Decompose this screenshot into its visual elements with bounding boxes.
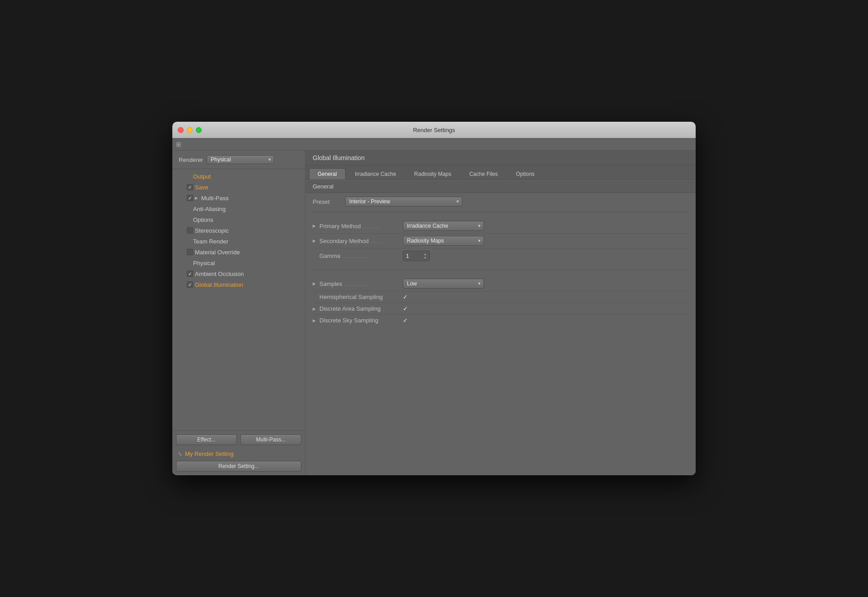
separator-1 (313, 212, 688, 212)
checkbox-stereoscopic[interactable] (187, 227, 193, 234)
tab-cache[interactable]: Cache Files (461, 168, 506, 179)
sidebar-item-physical[interactable]: Physical (172, 257, 305, 268)
sidebar-item-materialoverride[interactable]: Material Override (172, 247, 305, 257)
setting-row-hemispherical: ▶ Hemispherical Sampling ✓ (313, 291, 688, 303)
setting-row-primary-method: ▶ Primary Method ........ Irradiance Cac… (313, 219, 688, 234)
label-text-discrete-sky: Discrete Sky Sampling (319, 317, 379, 324)
sidebar-item-ambientocclusion[interactable]: Ambient Occlusion (172, 268, 305, 279)
samples-select-wrapper[interactable]: Low (403, 279, 484, 289)
checkmark-discrete-area: ✓ (403, 305, 408, 312)
label-text-samples: Samples (319, 280, 342, 287)
main-panel: Global Illumination General Irradiance C… (305, 151, 696, 475)
setting-label-discrete-area: ▶ Discrete Area Sampling (313, 305, 403, 312)
checkmark-hemispherical: ✓ (403, 294, 408, 300)
primary-select-wrapper[interactable]: Irradiance Cache (403, 221, 484, 231)
setting-label-secondary-method: ▶ Secondary Method ..... (313, 238, 403, 244)
maximize-button[interactable] (196, 127, 202, 133)
sidebar-item-label-materialoverride: Material Override (195, 249, 240, 256)
preset-label: Preset (313, 198, 340, 205)
expand-arrow-multipass: ▶ (195, 196, 199, 200)
nav-list: Output Save ▶ Multi-Pass Anti-Aliasing (172, 169, 305, 302)
setting-label-samples: ▶ Samples ............ (313, 280, 403, 287)
dots-primary: ........ (363, 223, 379, 230)
effect-button[interactable]: Effect... (176, 434, 237, 445)
tab-irradiance[interactable]: Irradiance Cache (346, 168, 405, 179)
checkbox-ambientocclusion[interactable] (187, 271, 193, 277)
arrow-discrete-area: ▶ (313, 307, 316, 311)
dots-secondary: ..... (370, 238, 381, 244)
sidebar-item-label-ambientocclusion: Ambient Occlusion (195, 271, 244, 277)
sidebar-item-save[interactable]: Save (172, 182, 305, 193)
setting-label-discrete-sky: ▶ Discrete Sky Sampling (313, 317, 403, 324)
sidebar-item-label-multipass: Multi-Pass (201, 195, 229, 202)
secondary-method-select[interactable]: Radiosity Maps (403, 236, 484, 246)
grid-icon: ⊞ (176, 141, 181, 148)
sidebar-item-label-output: Output (193, 173, 211, 180)
secondary-select-wrapper[interactable]: Radiosity Maps (403, 236, 484, 246)
setting-label-primary-method: ▶ Primary Method ........ (313, 223, 403, 230)
arrow-up[interactable]: ▲ (424, 253, 427, 256)
sidebar-item-multipass[interactable]: ▶ Multi-Pass (172, 193, 305, 203)
gamma-spinbox[interactable]: 1 ▲ ▼ (403, 251, 430, 261)
tabs-row: General Irradiance Cache Radiosity Maps … (305, 165, 696, 180)
renderer-label: Renderer (179, 156, 203, 163)
section-title: Global Illumination (305, 151, 696, 165)
setting-value-discrete-sky: ✓ (403, 317, 688, 324)
renderer-select[interactable]: Physical (207, 155, 274, 164)
label-text-gamma: Gamma (319, 253, 340, 259)
sidebar-item-teamrender[interactable]: Team Render (172, 236, 305, 247)
renderer-row: Renderer Physical (172, 151, 305, 169)
label-text-discrete-area: Discrete Area Sampling (319, 305, 381, 312)
setting-row-gamma: ▶ Gamma ............ 1 ▲ ▼ (313, 248, 688, 263)
sidebar: Renderer Physical Output Save (172, 151, 305, 475)
arrow-primary: ▶ (313, 224, 316, 228)
sidebar-item-antialiasing[interactable]: Anti-Aliasing (172, 203, 305, 214)
setting-label-hemispherical: ▶ Hemispherical Sampling (313, 294, 403, 300)
content-area: Renderer Physical Output Save (172, 151, 696, 475)
tab-general[interactable]: General (309, 168, 346, 179)
preset-select[interactable]: Interior - Preview (345, 197, 462, 207)
sidebar-spacer (172, 302, 305, 431)
sidebar-item-output[interactable]: Output (172, 171, 305, 182)
tab-options[interactable]: Options (507, 168, 543, 179)
primary-method-select[interactable]: Irradiance Cache (403, 221, 484, 231)
spinbox-arrows[interactable]: ▲ ▼ (424, 253, 427, 259)
settings-samples-group: ▶ Samples ............ Low (305, 272, 696, 331)
preset-select-wrapper[interactable]: Interior - Preview (345, 197, 462, 207)
checkbox-multipass[interactable] (187, 195, 193, 201)
setting-row-samples: ▶ Samples ............ Low (313, 276, 688, 291)
arrow-samples: ▶ (313, 281, 316, 286)
sidebar-item-label-antialiasing: Anti-Aliasing (193, 206, 226, 212)
minimize-button[interactable] (187, 127, 193, 133)
sidebar-item-stereoscopic[interactable]: Stereoscopic (172, 225, 305, 236)
sidebar-item-globalillumination[interactable]: Global Illumination (172, 279, 305, 290)
setting-value-secondary: Radiosity Maps (403, 236, 688, 246)
sidebar-bottom: Effect... Multi-Pass... ⤡ My Render Sett… (172, 430, 305, 475)
checkbox-globalillumination[interactable] (187, 281, 193, 288)
sidebar-item-options[interactable]: Options (172, 214, 305, 225)
tab-radiosity[interactable]: Radiosity Maps (406, 168, 460, 179)
dots-gamma: ............ (342, 253, 367, 259)
label-text-secondary: Secondary Method (319, 238, 369, 244)
multipass-button[interactable]: Multi-Pass... (240, 434, 301, 445)
close-button[interactable] (178, 127, 184, 133)
separator-2 (313, 270, 688, 270)
setting-value-primary: Irradiance Cache (403, 221, 688, 231)
render-setting-button[interactable]: Render Setting... (176, 461, 301, 472)
resize-icon: ⤡ (178, 451, 182, 457)
setting-row-discrete-sky: ▶ Discrete Sky Sampling ✓ (313, 315, 688, 326)
toolbar: ⊞ (172, 138, 696, 151)
checkbox-materialoverride[interactable] (187, 249, 193, 255)
gamma-value: 1 (406, 253, 409, 259)
sidebar-item-label-options: Options (193, 216, 213, 223)
samples-select[interactable]: Low (403, 279, 484, 289)
checkbox-save[interactable] (187, 184, 193, 190)
panel-content: General Preset Interior - Preview (305, 180, 696, 475)
setting-label-gamma: ▶ Gamma ............ (313, 253, 403, 259)
arrow-down[interactable]: ▼ (424, 256, 427, 259)
render-setting-label: My Render Setting (185, 450, 234, 457)
arrow-discrete-sky: ▶ (313, 318, 316, 323)
label-text-primary: Primary Method (319, 223, 361, 230)
render-settings-window: Render Settings ⊞ Renderer Physical Out (172, 122, 696, 475)
renderer-select-wrapper[interactable]: Physical (207, 155, 274, 164)
